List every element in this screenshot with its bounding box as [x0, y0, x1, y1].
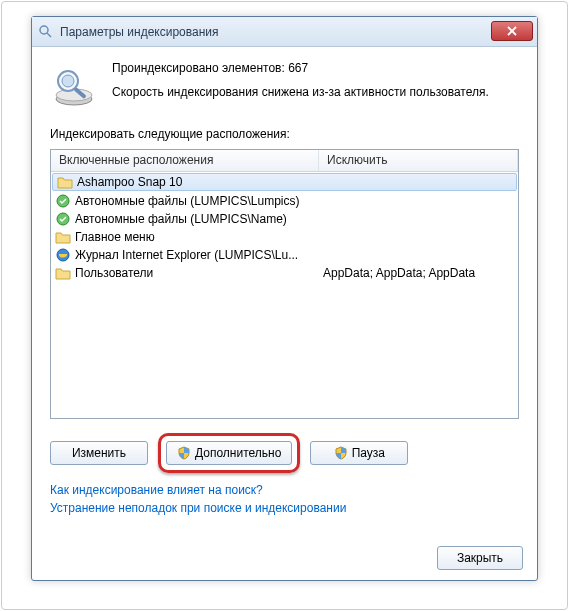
folder-icon	[57, 174, 73, 190]
locations-label: Индексировать следующие расположения:	[50, 127, 519, 141]
svg-point-0	[40, 26, 48, 34]
close-dialog-button[interactable]: Закрыть	[437, 546, 523, 570]
list-item[interactable]: ПользователиAppData; AppData; AppData	[51, 264, 518, 282]
pause-button[interactable]: Пауза	[310, 441, 408, 465]
search-icon	[38, 24, 54, 40]
offline-icon	[55, 193, 71, 209]
highlight: Дополнительно	[158, 433, 300, 473]
indexing-options-window: Параметры индексирования Проиндексирован…	[31, 16, 538, 581]
list-item[interactable]: Журнал Internet Explorer (LUMPICS\Lu...	[51, 246, 518, 264]
indexing-speed-note: Скорость индексирования снижена из-за ак…	[112, 85, 519, 99]
column-exclude[interactable]: Исключить	[319, 150, 518, 171]
shield-icon	[334, 446, 348, 460]
link-how-affects-search[interactable]: Как индексирование влияет на поиск?	[50, 483, 519, 497]
list-item[interactable]: Главное меню	[51, 228, 518, 246]
list-item-label: Автономные файлы (LUMPICS\Lumpics)	[75, 194, 300, 208]
offline-icon	[55, 211, 71, 227]
folder-icon	[55, 229, 71, 245]
indexing-icon	[50, 61, 98, 109]
column-included[interactable]: Включенные расположения	[51, 150, 319, 171]
list-item-label: Журнал Internet Explorer (LUMPICS\Lu...	[75, 248, 298, 262]
svg-point-5	[56, 89, 92, 101]
titlebar: Параметры индексирования	[32, 17, 537, 47]
list-item-label: Автономные файлы (LUMPICS\Name)	[75, 212, 287, 226]
ie-icon	[55, 247, 71, 263]
close-button[interactable]	[491, 21, 533, 41]
modify-button[interactable]: Изменить	[50, 441, 148, 465]
advanced-button[interactable]: Дополнительно	[166, 441, 292, 465]
shield-icon	[177, 446, 191, 460]
indexed-count: Проиндексировано элементов: 667	[112, 61, 519, 75]
list-item-label: Главное меню	[75, 230, 155, 244]
list-item[interactable]: Автономные файлы (LUMPICS\Lumpics)	[51, 192, 518, 210]
list-item[interactable]: Ashampoo Snap 10	[52, 173, 517, 191]
list-item[interactable]: Автономные файлы (LUMPICS\Name)	[51, 210, 518, 228]
link-troubleshoot[interactable]: Устранение неполадок при поиске и индекс…	[50, 501, 519, 515]
list-item-label: Пользователи	[75, 266, 153, 280]
svg-point-7	[62, 75, 74, 87]
list-header: Включенные расположения Исключить	[51, 150, 518, 172]
locations-list[interactable]: Включенные расположения Исключить Ashamp…	[50, 149, 519, 419]
window-title: Параметры индексирования	[60, 25, 218, 39]
list-item-label: Ashampoo Snap 10	[77, 175, 182, 189]
svg-line-1	[47, 33, 51, 37]
list-item-exclude: AppData; AppData; AppData	[323, 266, 475, 280]
folder-icon	[55, 265, 71, 281]
